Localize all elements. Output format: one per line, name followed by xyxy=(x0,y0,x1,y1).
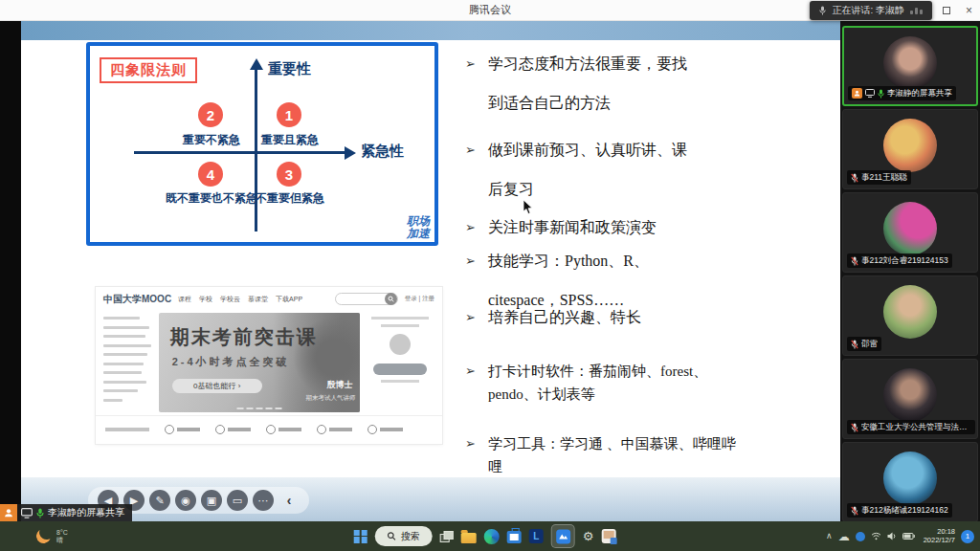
bullet-item: ➢打卡计时软件：番茄闹钟、forest、pendo、计划表等 xyxy=(459,360,842,406)
bullet-marker: ➢ xyxy=(459,304,488,331)
participant-label: 李淑静的屏幕共享 xyxy=(848,86,956,100)
comment-button[interactable]: ▭ xyxy=(227,490,248,511)
volume-bars-icon xyxy=(910,8,923,14)
screen-share-icon xyxy=(865,89,875,98)
mouse-cursor xyxy=(523,199,534,215)
task-view-button[interactable] xyxy=(440,531,454,542)
file-explorer-icon[interactable] xyxy=(461,533,477,543)
mic-muted-icon xyxy=(851,340,858,349)
photos-app-icon[interactable] xyxy=(601,529,615,543)
participant-tile[interactable]: 事212刘合睿219124153 xyxy=(842,192,978,273)
quadrant-title: 四象限法则 xyxy=(100,57,197,83)
mooc-nav-item: 学校 xyxy=(199,295,212,304)
participant-name: 李淑静的屏幕共享 xyxy=(887,88,952,99)
volume-icon[interactable] xyxy=(887,532,897,540)
participant-tile[interactable]: 事211王聪聪 xyxy=(842,109,978,189)
avatar xyxy=(883,202,937,255)
edge-browser-icon[interactable] xyxy=(484,529,500,544)
restore-window-button[interactable] xyxy=(943,7,950,14)
mooc-nav-item: 学校云 xyxy=(220,295,240,304)
speaking-indicator: 正在讲话: 李淑静 xyxy=(810,1,932,20)
mooc-category-list xyxy=(103,313,153,412)
search-icon xyxy=(385,293,397,305)
bullet-text: 做到课前预习、认真听讲、课后复习 xyxy=(488,130,697,209)
settings-gear-icon[interactable]: ⚙ xyxy=(583,530,594,542)
four-quadrant-diagram: 四象限法则 重要性 紧急性 2 1 4 3 重要不紧急 重要且紧急 既不重要也不… xyxy=(86,42,438,246)
mic-muted-icon xyxy=(851,173,858,183)
mooc-header: 中国大学MOOC 课程 学校 学校云 慕课堂 下载APP 登录 | 注册 xyxy=(96,287,442,311)
clock-date: 2022/12/7 xyxy=(924,537,955,545)
close-window-button[interactable]: × xyxy=(966,0,972,21)
mooc-partner-row xyxy=(96,415,442,442)
presenter-icon xyxy=(0,504,17,521)
mic-muted-icon xyxy=(851,423,858,432)
participant-strip: 李淑静的屏幕共享 事211王聪聪 事212刘合睿219124153 xyxy=(840,21,980,521)
participant-label: 事212杨绪诚219124162 xyxy=(847,503,952,518)
slide-bullet-list: ➢学习态度和方法很重要，要找到适合自己的方法 ➢做到课前预习、认真听讲、课后复习… xyxy=(459,42,842,478)
participant-tile[interactable]: 事212杨绪诚219124162 xyxy=(842,442,978,522)
y-axis-label: 重要性 xyxy=(268,60,311,78)
speaking-label: 正在讲话: 李淑静 xyxy=(832,4,904,17)
tray-blue-app-icon[interactable] xyxy=(856,532,865,541)
university-logo xyxy=(266,425,301,434)
microsoft-store-icon[interactable] xyxy=(507,531,522,543)
mooc-logo: 中国大学MOOC xyxy=(103,293,171,306)
taskbar-search[interactable]: 搜索 xyxy=(375,526,433,546)
wifi-icon[interactable] xyxy=(871,532,881,540)
onedrive-cloud-icon[interactable]: ☁ xyxy=(838,531,850,542)
participant-name: 事212刘合睿219124153 xyxy=(861,255,948,267)
participant-tile[interactable]: 邵雷 xyxy=(842,276,978,356)
teacher-name: 殷博士 xyxy=(326,379,352,391)
tencent-meeting-window: 腾讯会议 正在讲话: 李淑静 × 四象限法则 重要性 紧急性 2 1 xyxy=(0,0,980,551)
avatar xyxy=(883,452,937,505)
y-axis xyxy=(255,69,257,231)
quadrant-1-label: 重要且紧急 xyxy=(261,132,319,148)
mooc-auth-links: 登录 | 注册 xyxy=(405,295,434,303)
tray-chevron-icon[interactable]: ∧ xyxy=(826,532,833,540)
blue-l-app-icon[interactable]: L xyxy=(529,529,544,543)
mooc-nav-item: 下载APP xyxy=(276,295,302,304)
pen-tool-button[interactable]: ✎ xyxy=(149,490,170,511)
participant-tile-lishujing[interactable]: 李淑静的屏幕共享 xyxy=(842,26,978,106)
window-controls: × xyxy=(943,0,972,21)
carousel-dots xyxy=(237,408,282,409)
quadrant-1-number: 1 xyxy=(277,102,301,127)
mic-on-icon xyxy=(878,89,884,99)
bullet-item: ➢学习态度和方法很重要，要找到适合自己的方法 xyxy=(459,44,842,122)
bullet-item: ➢培养自己的兴趣、特长 xyxy=(459,304,842,331)
mic-muted-icon xyxy=(851,256,858,266)
start-button[interactable] xyxy=(354,530,368,543)
participant-tile[interactable]: 安徽工业大学公共管理与法学院叶冰... xyxy=(842,359,978,439)
collapse-toolbar-button[interactable]: ‹ xyxy=(278,490,300,511)
more-options-button[interactable]: ⋯ xyxy=(253,490,274,511)
participant-name: 事211王聪聪 xyxy=(861,172,907,184)
quadrant-2-number: 2 xyxy=(198,102,223,127)
weather-temp: 8°C xyxy=(56,529,68,537)
watermark-logo: 职场 加速 xyxy=(407,215,430,240)
mooc-login-card xyxy=(366,313,434,412)
banner-subtitle: 2-4小时考点全突破 xyxy=(172,355,290,369)
bullet-item: ➢学习工具：学习通 、中国慕课、哔哩哔哩 xyxy=(459,432,842,478)
taskbar-clock[interactable]: 20:18 2022/12/7 xyxy=(924,528,955,544)
camera-button[interactable]: ▣ xyxy=(201,490,222,511)
tencent-meeting-taskbar-icon[interactable] xyxy=(551,524,575,548)
bullet-text: 关注时事新闻和政策演变 xyxy=(488,212,697,243)
participant-name: 安徽工业大学公共管理与法学院叶冰... xyxy=(861,422,971,433)
x-axis-arrow xyxy=(345,146,356,160)
participant-name: 事212杨绪诚219124162 xyxy=(861,505,948,517)
meeting-stage: 四象限法则 重要性 紧急性 2 1 4 3 重要不紧急 重要且紧急 既不重要也不… xyxy=(0,21,980,521)
laser-pointer-button[interactable]: ◉ xyxy=(175,490,196,511)
notification-badge[interactable]: 1 xyxy=(961,530,974,543)
shared-screen-slide: 四象限法则 重要性 紧急性 2 1 4 3 重要不紧急 重要且紧急 既不重要也不… xyxy=(21,21,840,521)
bullet-marker: ➢ xyxy=(459,212,488,243)
mic-muted-icon xyxy=(851,506,858,516)
taskbar-weather-widget[interactable]: 8°C 晴 xyxy=(36,521,68,551)
system-tray: ∧ ☁ 20:18 2022/12/7 1 xyxy=(826,521,974,551)
participant-name: 邵雷 xyxy=(861,339,878,350)
weather-condition: 晴 xyxy=(56,537,68,544)
x-axis xyxy=(134,151,348,154)
bullet-item: ➢做到课前预习、认真听讲、课后复习 xyxy=(459,130,842,209)
quadrant-3-number: 3 xyxy=(277,162,301,187)
participant-label: 事212刘合睿219124153 xyxy=(847,253,952,268)
battery-icon[interactable] xyxy=(902,533,915,540)
